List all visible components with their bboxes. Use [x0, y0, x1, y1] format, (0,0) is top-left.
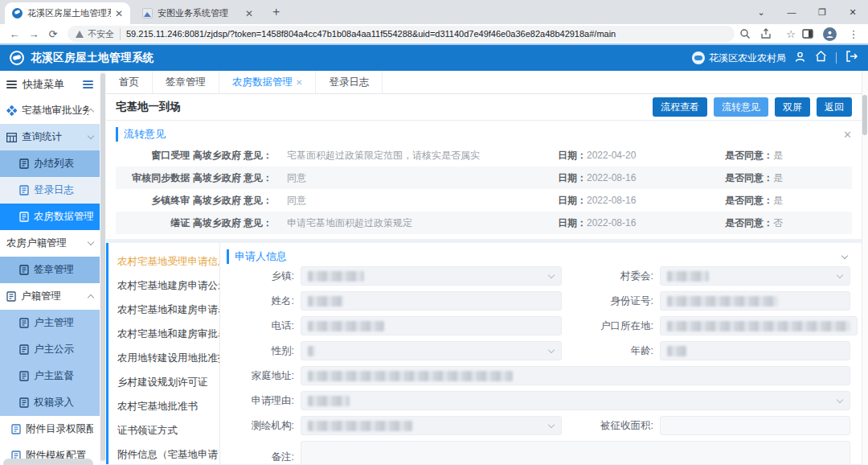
url-text[interactable]: 59.215.11.246:8081/zjdsp/?token=1458f804…: [126, 29, 616, 39]
user-icon[interactable]: [794, 51, 806, 66]
tab-home[interactable]: 首页: [106, 71, 153, 93]
doc-nav-item-planning-permit[interactable]: 乡村建设规划许可证: [108, 370, 219, 394]
minimize-button[interactable]: —: [776, 7, 807, 17]
back-button[interactable]: 返回: [817, 97, 852, 117]
doc-nav-item-land-conversion-report[interactable]: 农用地转建设用地批准报告: [108, 346, 219, 370]
sidebar-scrollbar[interactable]: [100, 71, 106, 465]
document-icon: [6, 291, 16, 302]
redacted-value: [308, 371, 513, 381]
tab-close-icon[interactable]: ✕: [296, 78, 302, 87]
id-number-input[interactable]: [660, 291, 850, 311]
age-input[interactable]: [660, 341, 850, 360]
redacted-value: [308, 346, 315, 356]
sidebar-group-rural-household[interactable]: 农房户籍管理: [0, 230, 100, 257]
sidebar-group-household-registration[interactable]: 户籍管理: [0, 283, 100, 310]
tab-close-icon[interactable]: ✕: [245, 8, 253, 19]
zoom-icon[interactable]: [739, 28, 759, 39]
process-view-button[interactable]: 流程查看: [653, 97, 707, 117]
apply-reason-select[interactable]: [301, 391, 850, 410]
redacted-value: [667, 321, 850, 331]
browser-tab-active[interactable]: 花溪区房屋土地管理系统 ✕: [5, 2, 130, 24]
sidebar-item-label: 户主管理: [34, 316, 74, 330]
address-bar[interactable]: 不安全 59.215.11.246:8081/zjdsp/?token=1458…: [68, 26, 735, 42]
residence-input[interactable]: [660, 316, 858, 335]
sidebar-item-completed-list[interactable]: 办结列表: [0, 150, 100, 177]
tab-login-log[interactable]: 登录日志: [316, 71, 383, 93]
doc-nav-item-approval-form[interactable]: 农村宅基地和建房审批表: [108, 322, 219, 346]
sidebar-item-label: 户主公示: [34, 343, 74, 356]
back-icon[interactable]: ←: [5, 28, 24, 40]
browser-tab-secondary[interactable]: 安图业务系统管理 ✕: [135, 2, 260, 24]
tab-search-icon[interactable]: ⌄: [746, 7, 776, 18]
survey-agency-label: 测绘机构:: [227, 419, 301, 433]
sidebar-item-rights-entry[interactable]: 权籍录入: [0, 389, 100, 416]
flow-opinion-button[interactable]: 流转意见: [714, 97, 768, 117]
sidebar-item-attachment-permission[interactable]: 附件目录权限配置: [0, 416, 100, 442]
collapse-menu-icon[interactable]: [83, 79, 93, 90]
opinion-step-label: 缮证 高坡乡政府 意见：: [116, 216, 272, 230]
village-select[interactable]: [660, 266, 850, 286]
document-icon: [19, 185, 29, 195]
home-icon[interactable]: [814, 50, 828, 66]
not-secure-label[interactable]: 不安全: [88, 28, 121, 40]
opinion-step-label: 乡镇终审 高坡乡政府 意见：: [116, 194, 272, 208]
side-panel-icon[interactable]: [802, 28, 821, 39]
expropriated-area-input[interactable]: [660, 416, 850, 435]
not-secure-icon: [76, 31, 84, 38]
scrollbar-thumb[interactable]: [862, 95, 867, 135]
sidebar-item-householder-publicity[interactable]: 户主公示: [0, 336, 100, 363]
logout-icon[interactable]: [845, 50, 858, 66]
doc-nav-item-attachment-info[interactable]: 附件信息（宅基地申请）: [108, 442, 219, 464]
restore-button[interactable]: ❐: [807, 7, 837, 18]
town-select[interactable]: [301, 266, 562, 286]
sidebar-item-label: 户籍管理: [21, 290, 61, 303]
doc-nav-item-application-form[interactable]: 农村宅基地和建房申请表: [108, 298, 219, 322]
close-button[interactable]: ✕: [837, 7, 868, 18]
close-icon[interactable]: ✕: [843, 129, 852, 141]
sidebar-item-query-statistics[interactable]: 查询统计: [0, 124, 100, 150]
current-org[interactable]: 花溪区农业农村局: [692, 51, 786, 65]
tab-rural-house-data[interactable]: 农房数据管理✕: [219, 71, 316, 93]
bookmark-star-icon[interactable]: ☆: [781, 28, 800, 40]
chevron-down-icon: [88, 133, 94, 139]
sidebar-quick-menu[interactable]: 快捷菜单: [0, 71, 100, 97]
agree-label: 是否同意：: [725, 217, 773, 228]
remark-textarea[interactable]: [301, 441, 850, 464]
sidebar-item-login-log[interactable]: 登录日志: [0, 177, 100, 204]
document-icon: [19, 265, 29, 275]
name-input[interactable]: [301, 291, 562, 311]
gender-select[interactable]: [301, 341, 562, 360]
forward-icon[interactable]: →: [24, 28, 43, 40]
tab-close-icon[interactable]: ✕: [115, 8, 123, 19]
scrollbar-thumb[interactable]: [100, 73, 105, 461]
chevron-up-icon: [88, 109, 94, 115]
tab-signature-management[interactable]: 签章管理: [153, 71, 219, 93]
browser-tab-strip: 花溪区房屋土地管理系统 ✕ 安图业务系统管理 ✕ ＋ ⌄ — ❐ ✕: [0, 0, 868, 24]
sidebar-group-homestead-approval[interactable]: 宅基地审批业务: [0, 97, 100, 124]
sidebar-item-householder-management[interactable]: 户主管理: [0, 310, 100, 336]
home-address-input[interactable]: [301, 366, 850, 385]
doc-nav-item-acceptance-info[interactable]: 农村宅基地受理申请信息: [108, 249, 219, 274]
apply-reason-label: 申请理由:: [227, 394, 301, 408]
doc-nav-item-build-publicity[interactable]: 农村宅基地建房申请公示: [108, 274, 219, 298]
sidebar-item-householder-supervision[interactable]: 户主监督: [0, 363, 100, 389]
share-icon[interactable]: [760, 28, 780, 39]
doc-nav-item-approval-certificate[interactable]: 农村宅基地批准书: [108, 394, 219, 418]
app-header: 花溪区房屋土地管理系统 花溪区农业农村局: [0, 45, 868, 71]
document-icon: [19, 158, 29, 169]
survey-agency-select[interactable]: [301, 416, 562, 435]
org-avatar: [692, 51, 705, 64]
dual-screen-button[interactable]: 双屏: [775, 97, 810, 117]
collapse-section-icon[interactable]: [841, 252, 848, 258]
new-tab-button[interactable]: ＋: [270, 4, 282, 19]
sidebar-item-signature-management[interactable]: 签章管理: [0, 257, 100, 283]
profile-avatar[interactable]: [823, 27, 842, 41]
phone-input[interactable]: [301, 316, 562, 335]
browser-menu-icon[interactable]: ⋮: [844, 28, 863, 40]
content-scrollbar[interactable]: [862, 71, 868, 465]
flow-opinions-panel: 流转意见 ✕ 窗口受理 高坡乡政府 意见： 宅基面积超过政策限定范围，请核实是否…: [106, 121, 862, 239]
doc-nav-item-certificate-collection[interactable]: 证书领证方式: [108, 418, 219, 442]
refresh-icon[interactable]: ⟳: [43, 28, 63, 40]
sidebar-item-label: 农房户籍管理: [6, 237, 67, 250]
sidebar-item-rural-house-data[interactable]: 农房数据管理: [0, 204, 100, 230]
